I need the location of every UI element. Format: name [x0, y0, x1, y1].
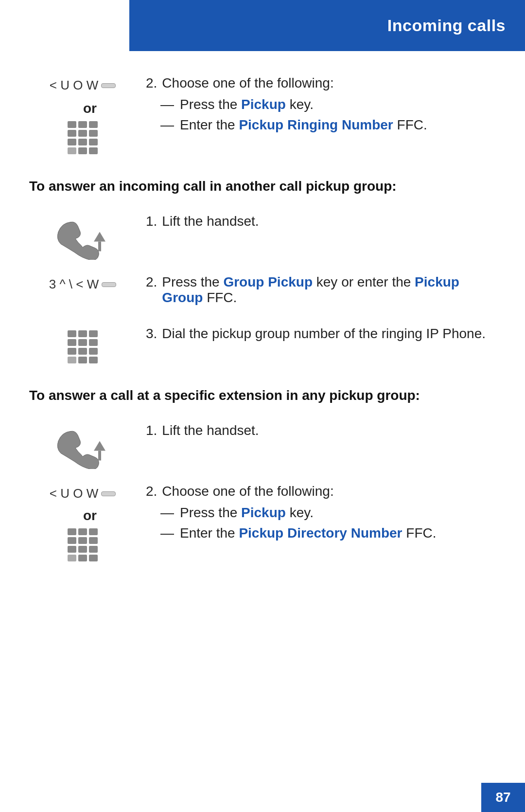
dash-icon: — [160, 97, 174, 112]
s2-bullet-text-1: Press the Pickup key. [180, 505, 314, 521]
keypad-icon-col-3 [29, 326, 136, 363]
handset-icon-col-2 [29, 423, 136, 469]
handset-icon-col-1 [29, 214, 136, 260]
softkey-label-text: < U O W [50, 78, 98, 93]
section1-step3: 3. Dial the pickup group number of the r… [29, 326, 496, 363]
s2-step-2-row: 2. Choose one of the following: [146, 484, 496, 499]
svg-marker-2 [94, 441, 105, 451]
keypad-icon-3 [68, 330, 98, 363]
step-2-text: Press the Group Pickup key or enter the … [162, 274, 496, 306]
s2-step-2-text: Choose one of the following: [162, 484, 333, 499]
softkey-icon-col-2: 3 ^ \ < W [29, 274, 136, 292]
s2-step-1-number: 1. [146, 423, 157, 438]
section2-step1: 1. Lift the handset. [29, 423, 496, 469]
handset-svg-1 [51, 216, 114, 260]
page-title: Incoming calls [387, 16, 506, 35]
bullet-list: — Press the Pickup key. — Enter the Pick… [160, 97, 496, 133]
section2-step1-text: 1. Lift the handset. [136, 423, 496, 444]
step-3-number: 3. [146, 326, 157, 342]
svg-marker-0 [94, 232, 105, 242]
s2-bullet-2: — Enter the Pickup Directory Number FFC. [160, 525, 496, 541]
bullet-item-2: — Enter the Pickup Ringing Number FFC. [160, 117, 496, 133]
step-row-2: 2. Choose one of the following: [146, 75, 496, 91]
section2-heading: To answer a call at a specific extension… [29, 388, 496, 403]
bullet-text-2: Enter the Pickup Ringing Number FFC. [180, 117, 427, 133]
highlight-group-pickup: Group Pickup [223, 274, 313, 289]
bullet-item-1: — Press the Pickup key. [160, 97, 496, 112]
softkey-button-uow[interactable] [101, 491, 116, 496]
highlight-pickup-dir: Pickup Directory Number [239, 525, 402, 541]
softkey-3-label: 3 ^ \ < W [49, 277, 99, 292]
section1-step1-text: 1. Lift the handset. [136, 214, 496, 235]
step-1-text: Lift the handset. [162, 214, 259, 229]
section1-step2-text: 2. Press the Group Pickup key or enter t… [136, 274, 496, 311]
s2-step-1-text: Lift the handset. [162, 423, 259, 438]
top-text-col: 2. Choose one of the following: — Press … [136, 75, 496, 138]
s2-dash-2: — [160, 525, 174, 541]
svg-rect-3 [98, 451, 101, 461]
or-label: or [83, 101, 97, 116]
softkey-or-keypad-col: < U O W or [29, 484, 136, 561]
keypad-icon [68, 121, 98, 154]
page-number-box: 87 [481, 783, 525, 812]
section2-step2-text: 2. Choose one of the following: — Press … [136, 484, 496, 546]
section2-bullet-list: — Press the Pickup key. — Enter the Pick… [160, 505, 496, 541]
top-continuation-block: < U O W or 2. Choose one of the followin… [29, 75, 496, 154]
handset-svg-2 [51, 425, 114, 469]
softkey-button[interactable] [101, 83, 116, 88]
s2-dash-1: — [160, 505, 174, 521]
step-3-row: 3. Dial the pickup group number of the r… [146, 326, 496, 342]
step-1-row: 1. Lift the handset. [146, 214, 496, 229]
s2-step-1-row: 1. Lift the handset. [146, 423, 496, 438]
softkey-uow-label: < U O W [50, 486, 98, 501]
highlight-pickup-2: Pickup [241, 505, 286, 520]
step-1-number: 1. [146, 214, 157, 229]
header-bar: Incoming calls [129, 0, 525, 51]
step-3-text: Dial the pickup group number of the ring… [162, 326, 486, 342]
section1-step1: 1. Lift the handset. [29, 214, 496, 260]
step-2-row: 2. Press the Group Pickup key or enter t… [146, 274, 496, 306]
step-2-number: 2. [146, 274, 157, 290]
main-content: < U O W or 2. Choose one of the followin… [0, 51, 525, 812]
highlight-pickup: Pickup [241, 97, 286, 112]
page-number: 87 [495, 790, 510, 805]
svg-rect-1 [98, 242, 101, 252]
softkey-button-3[interactable] [102, 282, 116, 287]
section1-heading: To answer an incoming call in another ca… [29, 179, 496, 194]
bullet-text-1: Press the Pickup key. [180, 97, 314, 112]
s2-bullet-text-2: Enter the Pickup Directory Number FFC. [180, 525, 437, 541]
section1-step3-text: 3. Dial the pickup group number of the r… [136, 326, 496, 347]
highlight-pickup-ringing: Pickup Ringing Number [239, 117, 393, 132]
s2-step-2-number: 2. [146, 484, 157, 499]
s2-bullet-1: — Press the Pickup key. [160, 505, 496, 521]
section1-step2: 3 ^ \ < W 2. Press the Group Pickup key … [29, 274, 496, 311]
step-number: 2. [146, 75, 157, 91]
keypad-icon-2 [68, 528, 98, 561]
step-text: Choose one of the following: [162, 75, 333, 91]
dash-icon-2: — [160, 117, 174, 133]
or-label-2: or [83, 508, 97, 523]
top-icon-col: < U O W or [29, 75, 136, 154]
section2-step2: < U O W or 2. Choose one of the followin… [29, 484, 496, 561]
